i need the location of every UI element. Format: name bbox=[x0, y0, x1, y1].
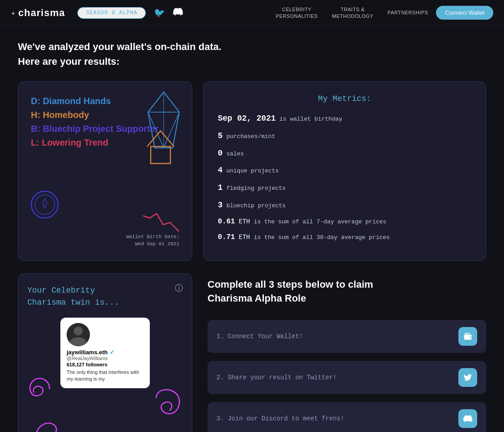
step-connect-wallet-label: 1. Connect Your Wallet! bbox=[216, 333, 303, 340]
metric-purchases: 5 purchases/mint bbox=[218, 130, 471, 143]
swirl-left-icon bbox=[23, 371, 59, 407]
logo-icon: ✦ bbox=[11, 8, 16, 18]
metric-eth7: 0.61 ETH is the sum of all 7-day average… bbox=[218, 216, 471, 228]
svg-point-13 bbox=[74, 327, 83, 336]
wallet-birth: Wallet Birth Date: Wed Sep 01 2021 bbox=[126, 233, 179, 248]
celebrity-title: Your Celebrity Charisma twin is... bbox=[27, 285, 183, 309]
traits-card: D: Diamond Hands H: Homebody B: Bluechip… bbox=[18, 81, 192, 261]
step-join-discord-label: 3. Join our Discord to meet frens! bbox=[216, 415, 344, 422]
svg-rect-8 bbox=[151, 147, 170, 164]
metric-fledging: 1 fledging projects bbox=[218, 181, 471, 194]
twitter-name: jaywilliams.eth ✓ bbox=[67, 349, 144, 356]
metric-unique: 4 unique projects bbox=[218, 164, 471, 177]
verified-badge-icon: ✓ bbox=[110, 349, 114, 356]
twitter-profile-card: jaywilliams.eth ✓ @RealJayWilliams 618,1… bbox=[60, 318, 150, 388]
nav-links: CELEBRITY PERSONALITIES TRAITS & METHODO… bbox=[276, 6, 428, 19]
nav-celebrity[interactable]: CELEBRITY PERSONALITIES bbox=[276, 6, 318, 19]
steps-panel: Complete all 3 steps below to claim Char… bbox=[203, 273, 486, 432]
bottom-cards-row: Your Celebrity Charisma twin is... ⓘ bbox=[18, 273, 486, 432]
step-connect-wallet-button[interactable] bbox=[458, 327, 477, 346]
main-content: We've analyzed your wallet's on-chain da… bbox=[0, 26, 504, 432]
page-headline: We've analyzed your wallet's on-chain da… bbox=[18, 39, 486, 69]
metric-sales: 0 sales bbox=[218, 147, 471, 160]
twitter-nav-icon[interactable]: 🐦 bbox=[154, 7, 165, 18]
svg-marker-11 bbox=[42, 199, 47, 208]
metric-bluechip: 3 bluechip projects bbox=[218, 199, 471, 212]
celebrity-card: Your Celebrity Charisma twin is... ⓘ bbox=[18, 273, 192, 432]
step-join-discord: 3. Join our Discord to meet frens! bbox=[208, 402, 486, 432]
top-cards-row: D: Diamond Hands H: Homebody B: Bluechip… bbox=[18, 81, 486, 261]
twitter-followers: 618,127 followers bbox=[67, 362, 144, 367]
metric-birthday: Sep 02, 2021 is wallet birthday bbox=[218, 112, 471, 125]
step-share-twitter-button[interactable] bbox=[458, 368, 477, 387]
logo: ✦ charisma bbox=[11, 7, 65, 19]
step-join-discord-button[interactable] bbox=[458, 409, 477, 428]
swirl-right-icon bbox=[147, 385, 187, 425]
nav-partnerships[interactable]: PARTNERSHIPS bbox=[388, 9, 428, 16]
twitter-bio: The only thing that interferes with my l… bbox=[67, 369, 144, 383]
coin-decor-icon bbox=[29, 189, 60, 220]
metrics-card: My Metrics: Sep 02, 2021 is wallet birth… bbox=[203, 81, 486, 261]
discord-nav-icon[interactable] bbox=[173, 7, 183, 19]
step-share-twitter-label: 2. Share your result on Twitter! bbox=[216, 374, 337, 381]
svg-point-10 bbox=[35, 195, 55, 214]
step-connect-wallet: 1. Connect Your Wallet! bbox=[208, 320, 486, 353]
swirl-bottom-icon bbox=[32, 416, 59, 432]
metrics-title: My Metrics: bbox=[218, 94, 471, 103]
svg-point-9 bbox=[31, 191, 58, 218]
metric-eth30: 0.71 ETH is the sum of all 30-day averag… bbox=[218, 232, 471, 243]
svg-line-2 bbox=[164, 92, 179, 112]
connect-wallet-button[interactable]: Connect Wallet bbox=[436, 6, 493, 20]
twitter-avatar bbox=[67, 323, 90, 346]
nav-traits[interactable]: TRAITS & METHODOLOGY bbox=[332, 6, 373, 19]
svg-point-14 bbox=[70, 337, 86, 346]
logo-text: charisma bbox=[18, 7, 65, 19]
steps-title: Complete all 3 steps below to claim Char… bbox=[208, 278, 486, 306]
season-badge-button[interactable]: SEASON 0 ALPHA bbox=[77, 7, 146, 19]
house-decor-icon bbox=[143, 126, 178, 167]
svg-line-1 bbox=[148, 92, 164, 112]
step-share-twitter: 2. Share your result on Twitter! bbox=[208, 361, 486, 394]
navbar: ✦ charisma SEASON 0 ALPHA 🐦 CELEBRITY PE… bbox=[0, 0, 504, 26]
info-icon[interactable]: ⓘ bbox=[175, 283, 183, 294]
twitter-handle: @RealJayWilliams bbox=[67, 356, 144, 361]
